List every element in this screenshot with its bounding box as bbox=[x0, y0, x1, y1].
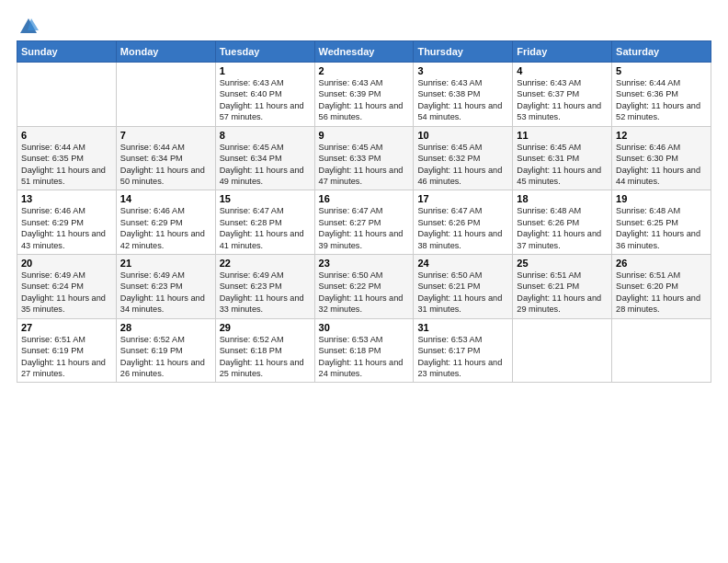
day-number: 15 bbox=[220, 193, 311, 204]
calendar-cell: 4Sunrise: 6:43 AM Sunset: 6:37 PM Daylig… bbox=[513, 63, 612, 127]
day-number: 7 bbox=[120, 130, 211, 141]
day-number: 1 bbox=[220, 65, 311, 76]
week-row-5: 27Sunrise: 6:51 AM Sunset: 6:19 PM Dayli… bbox=[17, 318, 711, 383]
day-info: Sunrise: 6:46 AM Sunset: 6:30 PM Dayligh… bbox=[616, 142, 707, 188]
calendar-cell: 23Sunrise: 6:50 AM Sunset: 6:22 PM Dayli… bbox=[314, 255, 414, 319]
day-info: Sunrise: 6:52 AM Sunset: 6:19 PM Dayligh… bbox=[120, 334, 211, 380]
calendar-cell: 13Sunrise: 6:46 AM Sunset: 6:29 PM Dayli… bbox=[17, 190, 117, 255]
day-number: 30 bbox=[319, 322, 410, 333]
header bbox=[17, 17, 711, 33]
day-info: Sunrise: 6:47 AM Sunset: 6:28 PM Dayligh… bbox=[220, 205, 311, 251]
day-number: 3 bbox=[417, 65, 508, 76]
day-info: Sunrise: 6:48 AM Sunset: 6:25 PM Dayligh… bbox=[616, 205, 707, 251]
day-info: Sunrise: 6:43 AM Sunset: 6:37 PM Dayligh… bbox=[517, 77, 608, 123]
col-header-sunday: Sunday bbox=[17, 41, 117, 63]
day-number: 31 bbox=[417, 322, 508, 333]
week-row-4: 20Sunrise: 6:49 AM Sunset: 6:24 PM Dayli… bbox=[17, 255, 711, 319]
calendar-cell: 7Sunrise: 6:44 AM Sunset: 6:34 PM Daylig… bbox=[116, 126, 215, 190]
day-info: Sunrise: 6:50 AM Sunset: 6:21 PM Dayligh… bbox=[417, 270, 508, 316]
day-info: Sunrise: 6:46 AM Sunset: 6:29 PM Dayligh… bbox=[21, 205, 112, 251]
calendar-cell: 20Sunrise: 6:49 AM Sunset: 6:24 PM Dayli… bbox=[17, 255, 117, 319]
day-info: Sunrise: 6:53 AM Sunset: 6:17 PM Dayligh… bbox=[417, 334, 508, 380]
day-info: Sunrise: 6:48 AM Sunset: 6:26 PM Dayligh… bbox=[517, 205, 608, 251]
day-info: Sunrise: 6:49 AM Sunset: 6:23 PM Dayligh… bbox=[120, 270, 211, 316]
col-header-monday: Monday bbox=[116, 41, 215, 63]
day-number: 22 bbox=[220, 258, 311, 269]
day-number: 13 bbox=[21, 193, 112, 204]
day-number: 6 bbox=[21, 130, 112, 141]
day-number: 2 bbox=[319, 65, 410, 76]
day-number: 20 bbox=[21, 258, 112, 269]
calendar-page: SundayMondayTuesdayWednesdayThursdayFrid… bbox=[0, 0, 728, 563]
calendar-cell: 10Sunrise: 6:45 AM Sunset: 6:32 PM Dayli… bbox=[414, 126, 513, 190]
calendar-cell: 27Sunrise: 6:51 AM Sunset: 6:19 PM Dayli… bbox=[17, 318, 117, 383]
calendar-cell: 16Sunrise: 6:47 AM Sunset: 6:27 PM Dayli… bbox=[314, 190, 414, 255]
day-number: 10 bbox=[417, 130, 508, 141]
calendar-cell: 12Sunrise: 6:46 AM Sunset: 6:30 PM Dayli… bbox=[612, 126, 711, 190]
calendar-cell: 19Sunrise: 6:48 AM Sunset: 6:25 PM Dayli… bbox=[612, 190, 711, 255]
calendar-cell: 6Sunrise: 6:44 AM Sunset: 6:35 PM Daylig… bbox=[17, 126, 117, 190]
day-number: 9 bbox=[319, 130, 410, 141]
day-info: Sunrise: 6:45 AM Sunset: 6:31 PM Dayligh… bbox=[517, 142, 608, 188]
day-number: 17 bbox=[417, 193, 508, 204]
calendar-cell: 3Sunrise: 6:43 AM Sunset: 6:38 PM Daylig… bbox=[414, 63, 513, 127]
day-info: Sunrise: 6:51 AM Sunset: 6:20 PM Dayligh… bbox=[616, 270, 707, 316]
day-info: Sunrise: 6:45 AM Sunset: 6:34 PM Dayligh… bbox=[220, 142, 311, 188]
day-number: 23 bbox=[319, 258, 410, 269]
week-row-3: 13Sunrise: 6:46 AM Sunset: 6:29 PM Dayli… bbox=[17, 190, 711, 255]
day-info: Sunrise: 6:53 AM Sunset: 6:18 PM Dayligh… bbox=[319, 334, 410, 380]
calendar-cell: 1Sunrise: 6:43 AM Sunset: 6:40 PM Daylig… bbox=[215, 63, 314, 127]
calendar-cell: 28Sunrise: 6:52 AM Sunset: 6:19 PM Dayli… bbox=[116, 318, 215, 383]
calendar-cell: 5Sunrise: 6:44 AM Sunset: 6:36 PM Daylig… bbox=[612, 63, 711, 127]
day-info: Sunrise: 6:46 AM Sunset: 6:29 PM Dayligh… bbox=[120, 205, 211, 251]
calendar-cell: 21Sunrise: 6:49 AM Sunset: 6:23 PM Dayli… bbox=[116, 255, 215, 319]
day-info: Sunrise: 6:45 AM Sunset: 6:32 PM Dayligh… bbox=[417, 142, 508, 188]
day-info: Sunrise: 6:51 AM Sunset: 6:19 PM Dayligh… bbox=[21, 334, 112, 380]
calendar-cell: 30Sunrise: 6:53 AM Sunset: 6:18 PM Dayli… bbox=[314, 318, 414, 383]
day-number: 5 bbox=[616, 65, 707, 76]
day-number: 12 bbox=[616, 130, 707, 141]
day-number: 21 bbox=[120, 258, 211, 269]
day-number: 11 bbox=[517, 130, 608, 141]
col-header-tuesday: Tuesday bbox=[215, 41, 314, 63]
day-number: 28 bbox=[120, 322, 211, 333]
day-info: Sunrise: 6:43 AM Sunset: 6:39 PM Dayligh… bbox=[319, 77, 410, 123]
day-number: 16 bbox=[319, 193, 410, 204]
day-number: 29 bbox=[220, 322, 311, 333]
calendar-cell: 29Sunrise: 6:52 AM Sunset: 6:18 PM Dayli… bbox=[215, 318, 314, 383]
day-number: 24 bbox=[417, 258, 508, 269]
calendar-cell bbox=[513, 318, 612, 383]
calendar-cell bbox=[612, 318, 711, 383]
day-number: 8 bbox=[220, 130, 311, 141]
calendar-cell: 11Sunrise: 6:45 AM Sunset: 6:31 PM Dayli… bbox=[513, 126, 612, 190]
col-header-thursday: Thursday bbox=[414, 41, 513, 63]
day-info: Sunrise: 6:49 AM Sunset: 6:23 PM Dayligh… bbox=[220, 270, 311, 316]
day-number: 18 bbox=[517, 193, 608, 204]
day-number: 26 bbox=[616, 258, 707, 269]
calendar-cell: 14Sunrise: 6:46 AM Sunset: 6:29 PM Dayli… bbox=[116, 190, 215, 255]
day-info: Sunrise: 6:51 AM Sunset: 6:21 PM Dayligh… bbox=[517, 270, 608, 316]
calendar-cell: 24Sunrise: 6:50 AM Sunset: 6:21 PM Dayli… bbox=[414, 255, 513, 319]
day-info: Sunrise: 6:44 AM Sunset: 6:35 PM Dayligh… bbox=[21, 142, 112, 188]
day-number: 14 bbox=[120, 193, 211, 204]
day-info: Sunrise: 6:47 AM Sunset: 6:27 PM Dayligh… bbox=[319, 205, 410, 251]
day-info: Sunrise: 6:52 AM Sunset: 6:18 PM Dayligh… bbox=[220, 334, 311, 380]
calendar-cell: 18Sunrise: 6:48 AM Sunset: 6:26 PM Dayli… bbox=[513, 190, 612, 255]
calendar-table: SundayMondayTuesdayWednesdayThursdayFrid… bbox=[17, 40, 711, 383]
col-header-friday: Friday bbox=[513, 41, 612, 63]
day-number: 25 bbox=[517, 258, 608, 269]
day-number: 4 bbox=[517, 65, 608, 76]
calendar-cell: 26Sunrise: 6:51 AM Sunset: 6:20 PM Dayli… bbox=[612, 255, 711, 319]
calendar-cell: 2Sunrise: 6:43 AM Sunset: 6:39 PM Daylig… bbox=[314, 63, 414, 127]
calendar-cell: 31Sunrise: 6:53 AM Sunset: 6:17 PM Dayli… bbox=[414, 318, 513, 383]
day-info: Sunrise: 6:49 AM Sunset: 6:24 PM Dayligh… bbox=[21, 270, 112, 316]
logo-icon bbox=[18, 17, 39, 37]
header-row: SundayMondayTuesdayWednesdayThursdayFrid… bbox=[17, 41, 711, 63]
day-info: Sunrise: 6:47 AM Sunset: 6:26 PM Dayligh… bbox=[417, 205, 508, 251]
calendar-cell bbox=[116, 63, 215, 127]
calendar-cell: 8Sunrise: 6:45 AM Sunset: 6:34 PM Daylig… bbox=[215, 126, 314, 190]
col-header-saturday: Saturday bbox=[612, 41, 711, 63]
calendar-cell: 22Sunrise: 6:49 AM Sunset: 6:23 PM Dayli… bbox=[215, 255, 314, 319]
day-info: Sunrise: 6:45 AM Sunset: 6:33 PM Dayligh… bbox=[319, 142, 410, 188]
col-header-wednesday: Wednesday bbox=[314, 41, 414, 63]
